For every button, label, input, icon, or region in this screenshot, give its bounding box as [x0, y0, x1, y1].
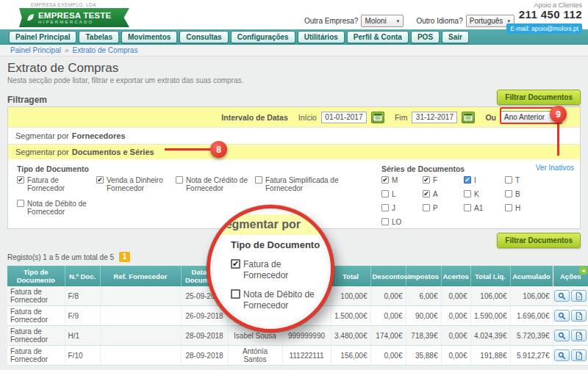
nav-tab-sair[interactable]: Sair — [442, 31, 469, 43]
checkbox-item-nota-de-cr-dito-de-fornecedor[interactable]: Nota de Crédito de Fornecedor — [176, 176, 252, 192]
breadcrumb-item-painel-principal[interactable]: Painel Principal — [10, 46, 61, 54]
cell — [100, 326, 181, 346]
checkbox[interactable]: ✔ — [464, 176, 471, 184]
document-pdf-button[interactable] — [571, 310, 587, 322]
checkbox-item-m[interactable]: ✔M — [381, 176, 423, 184]
breadcrumb-separator: » — [65, 46, 69, 54]
column-header-acumulado: Acumulado — [510, 266, 553, 286]
checkbox[interactable] — [423, 204, 430, 211]
checkbox[interactable] — [505, 190, 512, 197]
segment-documents-header[interactable]: Segmentar por Documentos e Séries — [8, 144, 580, 159]
checkbox[interactable]: ✔ — [96, 176, 104, 184]
checkbox-item-a1[interactable]: A1 — [464, 204, 505, 212]
checkbox[interactable] — [17, 200, 24, 207]
cell: 156,00€ — [331, 346, 370, 366]
checkbox-item-p[interactable]: P — [423, 204, 464, 212]
checkbox-item-l[interactable]: L — [381, 190, 423, 198]
breadcrumb-item-extrato-de-compras[interactable]: Extrato de Compras — [73, 46, 138, 54]
checkbox-item-i[interactable]: ✔I — [464, 176, 505, 184]
document-pdf-button[interactable] — [571, 330, 587, 341]
view-document-button[interactable] — [554, 310, 570, 322]
nav-tab-perfil-conta[interactable]: Perfil & Conta — [347, 31, 409, 43]
checkbox-item-fatura-simplificada-de-fornecedor[interactable]: Fatura Simplificada de Fornecedor — [255, 176, 348, 192]
checkbox-item-h[interactable]: H — [505, 204, 546, 212]
end-date-label: Fim — [395, 113, 408, 122]
end-date-input[interactable] — [412, 112, 457, 123]
other-company-label: Outra Empresa? — [304, 17, 358, 25]
leaf-icon — [26, 13, 35, 22]
nav-tab-consultas[interactable]: Consultas — [179, 31, 228, 43]
page-title: Extrato de Compras — [7, 61, 581, 76]
nav-tab-movimentos[interactable]: Movimentos — [121, 31, 177, 43]
document-pdf-button[interactable] — [571, 349, 587, 361]
filter-documents-button-bottom[interactable]: Filtrar Documentos — [497, 233, 581, 248]
checkbox[interactable] — [381, 204, 389, 211]
checkbox-item-f[interactable]: ✔F — [423, 176, 464, 184]
cell: F/9 — [65, 306, 100, 326]
segment-suppliers-header[interactable]: Segmentar por Fornecedores — [8, 127, 580, 144]
cell: 35,88€ — [406, 346, 441, 366]
checkbox-item-a[interactable]: ✔A — [423, 190, 464, 198]
checkbox[interactable] — [464, 190, 471, 197]
company-select[interactable]: Moloni ▼ — [361, 15, 404, 27]
expand-columns-icon[interactable]: ◄ — [579, 266, 587, 275]
checkbox[interactable] — [381, 218, 389, 225]
checkbox-label: A — [433, 190, 438, 198]
checkbox-item-fatura-de-fornecedor[interactable]: ✔Fatura de Fornecedor — [17, 176, 93, 192]
checkbox[interactable]: ✔ — [423, 190, 430, 197]
segment-suppliers-prefix: Segmentar por — [15, 131, 69, 140]
nav-tab-painel-principal[interactable]: Painel Principal — [9, 31, 76, 43]
view-document-button[interactable] — [554, 349, 570, 361]
nav-tab-pos[interactable]: POS — [411, 31, 440, 43]
checkbox-item-b[interactable]: B — [505, 190, 546, 198]
checkbox[interactable] — [255, 176, 262, 184]
checkbox[interactable] — [381, 190, 389, 197]
document-icon — [575, 332, 583, 340]
actions-cell — [553, 306, 588, 326]
nav-tab-configura-es[interactable]: Configurações — [231, 31, 295, 43]
column-header-descontos: Descontos — [370, 266, 406, 286]
checkbox[interactable] — [505, 176, 512, 184]
checkbox-item-lo[interactable]: LO — [381, 218, 423, 226]
logo-title: EMPRESA TESTE — [38, 11, 111, 20]
nav-tab-tabelas[interactable]: Tabelas — [79, 31, 119, 43]
start-date-calendar-button[interactable] — [371, 112, 384, 123]
breadcrumb: Painel Principal»Extrato de Compras — [0, 45, 588, 57]
column-header-ref-fornecedor: Ref. Fornecedor — [100, 266, 181, 286]
pagination-page-1[interactable]: 1 — [119, 252, 130, 262]
checkbox[interactable]: ✔ — [17, 176, 24, 184]
column-header-nome: Nome — [228, 266, 282, 286]
checkbox-item-k[interactable]: K — [464, 190, 505, 198]
actions-cell — [553, 326, 588, 346]
end-date-calendar-button[interactable] — [462, 112, 475, 123]
logo-subtitle: HIPERMERCADO — [38, 20, 111, 25]
column-header-total: Total — [331, 266, 370, 286]
checkbox-item-venda-a-dinheiro-fornecedor[interactable]: ✔Venda a Dinheiro Fornecedor — [96, 176, 173, 192]
view-document-button[interactable] — [554, 330, 570, 341]
checkbox[interactable]: ✔ — [381, 176, 389, 184]
view-inactive-link[interactable]: Ver Inativos — [536, 164, 574, 172]
checkbox-item-t[interactable]: T — [505, 176, 546, 184]
nav-tab-utilit-rios[interactable]: Utilitários — [298, 31, 345, 43]
period-select[interactable]: Ano Anterior ▼ — [501, 111, 558, 124]
checkbox-item-j[interactable]: J — [381, 204, 423, 212]
support-phone: 211 450 112 — [506, 9, 582, 21]
checkbox[interactable] — [505, 204, 512, 211]
date-filter-row: Intervalo de Datas Início Fim Ou Ano Ant… — [8, 107, 580, 127]
filter-documents-button-top[interactable]: Filtrar Documentos — [497, 90, 581, 105]
document-pdf-button[interactable] — [571, 290, 587, 302]
company-logo[interactable]: EMPRESA EXEMPLO, LDA EMPRESA TESTE HIPER… — [19, 2, 129, 27]
company-select-value: Moloni — [365, 17, 386, 25]
checkbox-label: M — [392, 176, 398, 184]
checkbox[interactable] — [464, 204, 471, 211]
magnifier-icon — [558, 292, 566, 300]
checkbox[interactable] — [176, 176, 183, 184]
start-date-input[interactable] — [321, 112, 367, 123]
view-document-button[interactable] — [554, 290, 570, 302]
checkbox[interactable]: ✔ — [423, 176, 430, 184]
filter-button-row: Filtrar Documentos — [7, 233, 581, 248]
checkbox-item-nota-de-d-bito-de-fornecedor[interactable]: Nota de Débito de Fornecedor — [17, 200, 93, 216]
main-content: Extrato de Compras Nesta secção pode lis… — [0, 57, 588, 366]
page-subtitle: Nesta secção pode listar, filtrar e expo… — [7, 76, 581, 84]
filter-header-row: Filtragem Filtrar Documentos — [7, 90, 581, 105]
